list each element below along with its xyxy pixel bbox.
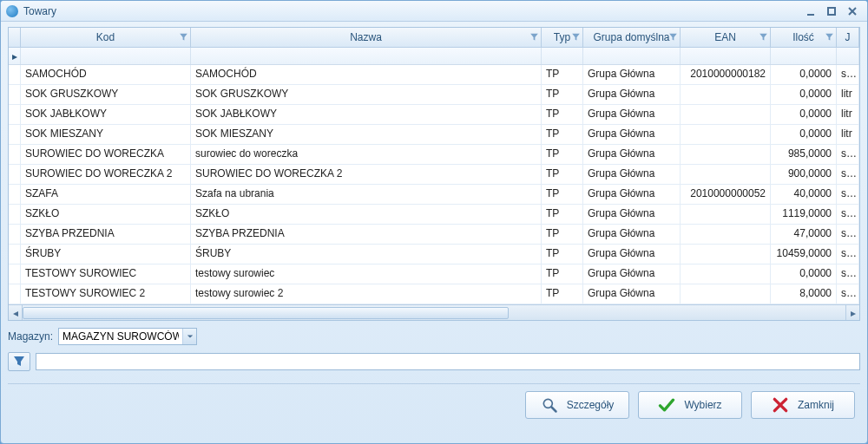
table-row[interactable]: SOK JABŁKOWYSOK JABŁKOWYTPGrupa Główna0,… — [9, 105, 859, 125]
grid-header-typ[interactable]: Typ — [542, 28, 583, 47]
row-indicator — [9, 145, 21, 164]
filter-button[interactable] — [8, 352, 30, 371]
details-button[interactable]: Szczegóły — [525, 391, 629, 419]
button-bar: Szczegóły Wybierz Zamknij — [8, 383, 860, 419]
magazyn-row: Magazyn: — [8, 328, 860, 345]
data-grid: Kod Nazwa Typ Grupa domyślna EAN Ilość J… — [8, 27, 860, 321]
cell-kod: SZKŁO — [21, 205, 191, 224]
grid-header-kod[interactable]: Kod — [21, 28, 191, 47]
table-row[interactable]: SZAFASzafa na ubraniaTPGrupa Główna20100… — [9, 185, 859, 205]
row-indicator — [9, 105, 21, 124]
row-indicator — [9, 165, 21, 184]
table-row[interactable]: SZKŁOSZKŁOTPGrupa Główna1119,0000szt — [9, 205, 859, 225]
filter-icon[interactable] — [760, 34, 767, 42]
cell-grupa: Grupa Główna — [583, 145, 681, 164]
cell-typ: TP — [542, 125, 583, 144]
magazyn-combo[interactable] — [58, 328, 197, 345]
grid-header-ilosc[interactable]: Ilość — [771, 28, 837, 47]
close-button[interactable] — [843, 4, 862, 18]
filter-input[interactable] — [36, 353, 860, 370]
row-indicator — [9, 125, 21, 144]
cell-ilosc: 10459,0000 — [771, 245, 837, 264]
scroll-left-arrow-icon[interactable]: ◂ — [9, 305, 23, 320]
table-row[interactable]: SOK MIESZANYSOK MIESZANYTPGrupa Główna0,… — [9, 125, 859, 145]
grid-header-row: Kod Nazwa Typ Grupa domyślna EAN Ilość J — [9, 28, 859, 48]
grid-header-jm[interactable]: J — [837, 28, 859, 47]
row-indicator — [9, 205, 21, 224]
table-row[interactable]: SZYBA PRZEDNIASZYBA PRZEDNIATPGrupa Głów… — [9, 225, 859, 245]
cell-typ: TP — [542, 245, 583, 264]
cell-typ: TP — [542, 65, 583, 84]
cell-jm: szt — [837, 264, 859, 284]
cell-typ: TP — [542, 165, 583, 184]
cell-typ: TP — [542, 284, 583, 304]
table-row[interactable]: ŚRUBYŚRUBYTPGrupa Główna10459,0000szt — [9, 245, 859, 264]
row-indicator — [9, 264, 21, 284]
cell-ean — [681, 225, 771, 244]
row-indicator — [9, 185, 21, 204]
grid-header-ean[interactable]: EAN — [681, 28, 771, 47]
cell-ilosc: 0,0000 — [771, 105, 837, 124]
cell-grupa: Grupa Główna — [583, 225, 681, 244]
cell-jm: szt — [837, 245, 859, 264]
chevron-down-icon[interactable] — [182, 329, 196, 344]
table-row[interactable]: SUROWIEC DO WORECZKAsurowiec do woreczka… — [9, 145, 859, 165]
grid-header-kod-label: Kod — [96, 31, 115, 43]
select-button-label: Wybierz — [684, 399, 721, 411]
cell-kod: SUROWIEC DO WORECZKA 2 — [21, 165, 191, 184]
cell-jm: szt — [837, 185, 859, 204]
cell-ean — [681, 145, 771, 164]
cell-ean — [681, 105, 771, 124]
titlebar[interactable]: Towary — [1, 1, 867, 22]
cell-typ: TP — [542, 205, 583, 224]
magnifier-icon — [541, 396, 558, 414]
grid-filter-row[interactable]: ▸ — [9, 48, 859, 65]
filter-icon[interactable] — [669, 34, 677, 42]
scroll-thumb[interactable] — [23, 307, 509, 319]
minimize-button[interactable] — [801, 4, 820, 18]
table-row[interactable]: SAMOCHÓDSAMOCHÓDTPGrupa Główna2010000000… — [9, 65, 859, 85]
cell-nazwa: SOK GRUSZKOWY — [191, 85, 542, 104]
grid-header-grupa[interactable]: Grupa domyślna — [583, 28, 681, 47]
cell-jm: szt — [837, 65, 859, 84]
filter-icon[interactable] — [825, 34, 833, 42]
cell-typ: TP — [542, 225, 583, 244]
cell-typ: TP — [542, 185, 583, 204]
table-row[interactable]: SUROWIEC DO WORECZKA 2SUROWIEC DO WORECZ… — [9, 165, 859, 185]
scroll-right-arrow-icon[interactable]: ▸ — [845, 305, 859, 320]
cell-typ: TP — [542, 145, 583, 164]
table-row[interactable]: TESTOWY SUROWIEC 2testowy surowiec 2TPGr… — [9, 284, 859, 304]
cell-kod: SOK GRUSZKOWY — [21, 85, 191, 104]
grid-header-indicator[interactable] — [9, 28, 21, 47]
cell-ilosc: 0,0000 — [771, 85, 837, 104]
cell-grupa: Grupa Główna — [583, 284, 681, 304]
cell-ean: 2010000000182 — [681, 65, 771, 84]
cell-nazwa: SOK MIESZANY — [191, 125, 542, 144]
cell-nazwa: ŚRUBY — [191, 245, 542, 264]
cell-typ: TP — [542, 85, 583, 104]
cell-ilosc: 0,0000 — [771, 264, 837, 284]
row-indicator — [9, 225, 21, 244]
cell-grupa: Grupa Główna — [583, 105, 681, 124]
select-button[interactable]: Wybierz — [638, 391, 742, 419]
svg-rect-1 — [828, 8, 835, 15]
grid-header-nazwa[interactable]: Nazwa — [191, 28, 542, 47]
cell-nazwa: surowiec do woreczka — [191, 145, 542, 164]
close-dialog-button[interactable]: Zamknij — [751, 391, 855, 419]
cell-ean — [681, 85, 771, 104]
filter-icon[interactable] — [180, 34, 187, 42]
cell-kod: SAMOCHÓD — [21, 65, 191, 84]
horizontal-scrollbar[interactable]: ◂ ▸ — [9, 304, 859, 320]
cell-kod: TESTOWY SUROWIEC — [21, 264, 191, 284]
maximize-button[interactable] — [822, 4, 841, 18]
cell-jm: szt — [837, 225, 859, 244]
filter-icon[interactable] — [572, 34, 580, 42]
grid-header-typ-label: Typ — [554, 31, 570, 43]
cell-ilosc: 0,0000 — [771, 65, 837, 84]
cell-jm: szt — [837, 284, 859, 304]
magazyn-input[interactable] — [59, 329, 182, 344]
table-row[interactable]: SOK GRUSZKOWYSOK GRUSZKOWYTPGrupa Główna… — [9, 85, 859, 105]
table-row[interactable]: TESTOWY SUROWIECtestowy surowiecTPGrupa … — [9, 264, 859, 284]
cell-ilosc: 8,0000 — [771, 284, 837, 304]
filter-icon[interactable] — [530, 34, 538, 42]
